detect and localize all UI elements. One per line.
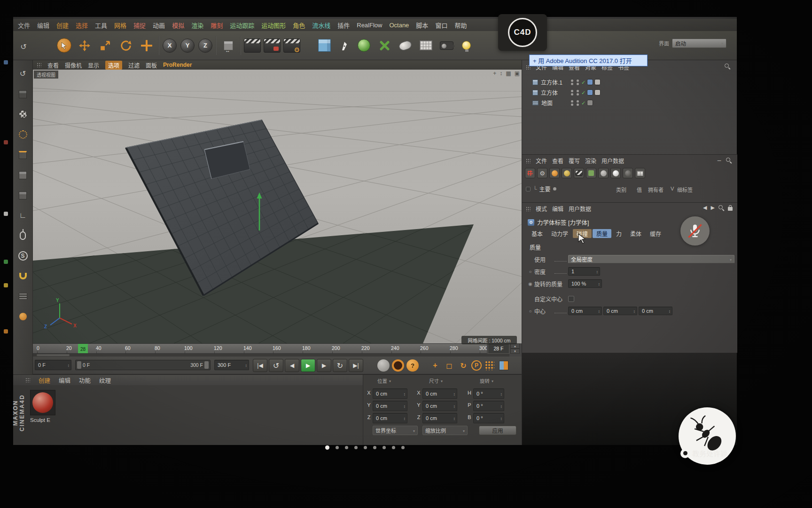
history-forward-icon[interactable] [711,205,715,211]
vp-menu-display[interactable]: 显示 [88,61,99,69]
tab-softbody[interactable]: 柔体 [626,229,645,238]
viewport-view-label[interactable]: 透视视图 [34,71,58,79]
add-generator-button[interactable] [353,34,374,57]
add-camera-button[interactable] [436,34,457,57]
use-dropdown[interactable]: 全局密度 [568,255,734,263]
render-picture-viewer-button[interactable] [262,34,282,57]
start-frame-field[interactable]: 0 F [35,360,71,370]
render-view-button[interactable] [242,34,262,57]
rot-p-field[interactable]: 0 ° [473,401,504,411]
density-field[interactable]: 1 [568,267,600,276]
orange-sphere-icon[interactable] [549,168,560,178]
material-menu-edit[interactable]: 编辑 [59,376,70,385]
gear-icon[interactable]: ⚙ [537,168,547,178]
phong-tag-icon[interactable] [594,79,601,85]
texture-mode-button[interactable] [16,107,30,121]
lock-icon[interactable] [728,207,733,211]
material-name[interactable]: Sculpt E [30,417,50,423]
object-row-cube1[interactable]: 立方体.1 [522,77,736,87]
vp-menu-cameras[interactable]: 摄像机 [65,61,82,69]
stepper-icon[interactable] [598,281,601,286]
position-key-button[interactable] [429,359,441,372]
split-view-button[interactable] [498,359,510,372]
polygons-mode-button[interactable] [16,168,30,182]
range-start-handle[interactable] [77,361,81,369]
material-menu-texture[interactable]: 纹理 [99,376,111,385]
rotation-header-dropdown[interactable]: 旋转 [480,377,493,384]
stepper-icon[interactable] [500,391,503,397]
model-mode-button[interactable] [16,87,30,101]
spots-tag-icon[interactable] [525,168,535,178]
menu-item-edit[interactable]: 编辑 [37,21,49,30]
menu-item-simulate[interactable]: 模拟 [172,21,184,30]
browser-menu-userdata[interactable]: 用户数据 [601,157,624,165]
add-array-button[interactable] [415,34,436,57]
position-header-dropdown[interactable]: 位置 [377,377,391,384]
anim-dot-icon[interactable]: ◉ [528,281,533,286]
panel-grip-icon[interactable] [526,206,531,211]
vp-menu-prorender[interactable]: ProRender [163,62,192,68]
maximize-view-icon[interactable] [515,70,520,77]
range-end-handle[interactable] [204,361,209,369]
tab-basic[interactable]: 基本 [528,229,547,238]
go-to-end-button[interactable] [349,359,363,372]
tab-mass[interactable]: 质量 [593,229,611,238]
menu-item-octane[interactable]: Octane [389,22,409,29]
menu-item-mograph[interactable]: 运动图形 [261,21,286,30]
z-axis-lock-button[interactable]: Z [196,34,214,57]
dolly-icon[interactable] [500,70,502,77]
snap-mouse-button[interactable] [16,229,30,243]
carousel-dot[interactable] [401,446,405,449]
menu-item-render[interactable]: 渲染 [191,21,203,30]
current-frame-field[interactable]: 28 F [488,343,509,354]
search-icon[interactable] [718,205,724,211]
spline-pen-button[interactable] [335,34,353,57]
edges-mode-button[interactable] [16,148,30,162]
open-with-tooltip[interactable]: + 用 Adobe Audition CC 2017.0 打开 [529,55,648,66]
menu-item-select[interactable]: 选择 [76,21,88,30]
frame-down-button[interactable]: ▼ [510,349,520,354]
enabled-check-icon[interactable] [581,89,586,96]
stepper-icon[interactable] [453,415,456,421]
carousel-dot[interactable] [373,446,376,449]
anim-dot-icon[interactable]: ○ [528,309,533,314]
menu-item-sculpt[interactable]: 雕刻 [211,21,223,30]
material-menu-function[interactable]: 功能 [79,376,91,385]
center-y-field[interactable]: 0 cm [603,307,637,315]
menu-item-pipeline[interactable]: 流水线 [312,21,330,30]
carousel-dot[interactable] [383,446,386,449]
object-row-cube[interactable]: 立方体 [522,87,736,97]
menu-item-help[interactable]: 帮助 [454,21,467,30]
vp-menu-filter[interactable]: 过滤 [128,61,140,69]
record-button[interactable] [392,359,404,372]
material-menu-create[interactable]: 创建 [39,376,50,385]
menu-item-window[interactable]: 窗口 [435,21,447,30]
scale-key-button[interactable] [443,359,455,372]
pos-z-field[interactable]: 0 cm [373,413,407,423]
attr-menu-edit[interactable]: 编辑 [552,205,563,213]
undo-button[interactable] [13,34,34,57]
keyframe-selection-button[interactable] [484,359,496,372]
next-frame-button[interactable] [317,359,331,372]
live-selection-tool[interactable] [54,34,74,57]
amber-sphere-icon[interactable] [562,168,572,178]
frame-range-slider[interactable]: 0 F 300 F [75,360,211,370]
browser-menu-file[interactable]: 文件 [536,157,547,165]
menu-item-script[interactable]: 脚本 [416,21,428,30]
menu-item-file[interactable]: 文件 [18,21,30,30]
apply-button[interactable]: 应用 [479,426,516,435]
col-v[interactable]: V [671,186,674,191]
rot-h-field[interactable]: 0 ° [473,389,504,399]
stepper-icon[interactable] [633,308,636,314]
size-y-field[interactable]: 0 cm [422,401,457,411]
material-thumbnail[interactable] [30,390,55,415]
timeline-ruler[interactable]: 0 20 40 60 80 100 120 140 160 180 200 22… [33,343,487,354]
render-settings-button[interactable] [282,34,302,57]
carousel-dot-active[interactable] [325,445,329,450]
visibility-dots[interactable] [577,79,579,85]
browser-menu-view[interactable]: 查看 [552,157,563,165]
menu-item-create[interactable]: 创建 [56,21,69,30]
dark-spheres-icon[interactable] [623,168,633,178]
stepper-icon[interactable] [598,308,601,314]
add-cube-button[interactable] [314,34,335,57]
